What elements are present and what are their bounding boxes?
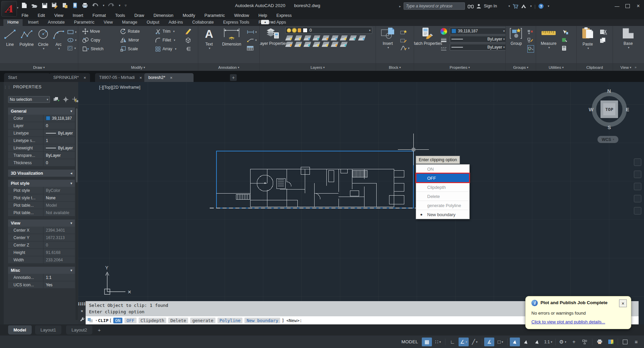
command-close-icon[interactable]: × [81,309,83,314]
layer-lock-icon[interactable] [298,28,301,32]
layer-tool-icon[interactable] [331,35,339,40]
panel-label-utilities[interactable]: Utilities▾ [536,63,576,71]
tab-layout2[interactable]: Layout2 [66,325,92,335]
search-input[interactable] [404,2,465,10]
file-tab-sprinkler[interactable]: SPRINKLER*× [49,73,90,82]
layer-tool-icon[interactable] [294,42,302,47]
linetype-dropdown[interactable]: ByLayer ▾ [450,44,505,51]
offset-tool[interactable] [185,46,192,52]
layer-tool-icon[interactable] [358,35,366,40]
zoom-extents-icon[interactable] [634,183,641,190]
create-block-tool[interactable] [400,29,410,35]
menu-format[interactable]: Format [92,12,106,19]
toast-details-link[interactable]: Click to view plot and publish details..… [531,319,605,324]
mirror-tool[interactable]: Mirror [120,37,155,43]
group-selection-toggle[interactable] [527,45,534,53]
wcs-menu[interactable]: WCS▾ [597,136,618,143]
select-objects-icon[interactable] [63,96,69,103]
arc-tool[interactable]: Arc ▾ [52,27,65,63]
leader-tool[interactable]: ▾ [247,37,257,43]
panel-label-annotation[interactable]: Annotation▾ [198,63,259,71]
menu-parametric[interactable]: Parametric [204,12,225,19]
pan-icon[interactable] [634,171,641,178]
menu-window[interactable]: Window [234,12,249,19]
quick-calculator-tool[interactable] [562,37,568,43]
keyword-on[interactable]: ON [113,318,123,323]
text-tool[interactable]: A Text ▾ [200,27,218,63]
toggle-pickadd-icon[interactable] [53,96,60,103]
help-dropdown-icon[interactable]: ▾ [548,4,549,8]
menu-tools[interactable]: Tools [115,12,125,19]
menu-help[interactable]: Help [258,12,267,19]
keyword-clipdepth[interactable]: Clipdepth [139,318,166,323]
layer-tool-icon[interactable] [340,42,348,47]
model-space-indicator[interactable]: MODEL [401,339,418,344]
menu-item-delete[interactable]: Delete [416,192,469,201]
application-menu-arrow-icon[interactable]: ▾ [17,6,19,9]
drawing-canvas[interactable]: [-][Top][2D Wireframe] [78,82,644,324]
menu-view[interactable]: View [54,12,63,19]
menu-modify[interactable]: Modify [183,12,195,19]
layer-tool-icon[interactable] [313,42,320,47]
showmotion-icon[interactable] [634,207,641,214]
measure-button[interactable]: Measure ▾ [538,27,559,63]
tab-collaborate[interactable]: Collaborate [188,19,218,26]
section-view[interactable]: View▾ [8,220,75,227]
keyword-polyline[interactable]: Polyline [217,318,243,323]
palette-grab-bar[interactable] [0,82,4,324]
command-customize-icon[interactable] [80,317,84,321]
search-collapse-icon[interactable]: ▸ [399,4,401,8]
layer-tool-icon[interactable] [340,35,348,40]
layer-tool-icon[interactable] [285,42,293,47]
erase-tool[interactable] [185,28,192,34]
tab-output[interactable]: Output [143,19,164,26]
base-button[interactable]: Base ▾ [619,27,638,63]
menu-item-on[interactable]: ON [416,165,469,173]
tab-view[interactable]: View [100,19,117,26]
fillet-tool[interactable]: Fillet▾ [155,37,185,43]
layer-tool-icon[interactable] [322,42,329,47]
calculator-tool[interactable] [562,45,568,51]
new-file-icon[interactable] [21,2,28,9]
tab-annotate[interactable]: Annotate [44,19,69,26]
hatch-tool[interactable]: ▾ [67,45,77,51]
search-icon[interactable] [468,4,474,8]
annotation-scale-icon[interactable] [532,338,542,346]
snap-toggle[interactable]: ∷▾ [433,338,443,346]
define-attributes-tool[interactable]: ▾ [400,45,410,51]
layer-on-icon[interactable] [287,28,291,32]
toast-close-button[interactable]: × [619,299,627,307]
match-properties-button[interactable]: Match Properties [416,27,438,63]
linear-dimension-tool[interactable]: ▾ [247,29,257,35]
copy-tool[interactable]: Copy [82,37,120,43]
close-icon[interactable]: × [140,75,142,80]
keyword-new-boundary[interactable]: New boundary [244,318,280,323]
section-misc[interactable]: Misc▾ [8,267,75,274]
keyword-delete[interactable]: Delete [168,318,188,323]
grid-toggle[interactable]: ▦ [422,338,432,346]
circle-dropdown-icon[interactable]: ▾ [43,47,45,50]
rotate-tool[interactable]: Rotate [120,28,155,34]
isolate-objects-toggle[interactable] [580,338,590,346]
trim-tool[interactable]: Trim▾ [155,29,185,34]
scale-tool[interactable]: Scale [120,46,155,52]
ungroup-tool[interactable] [527,29,534,35]
command-grip-icon[interactable]: ●●●●●●●● [78,302,86,306]
redo-icon[interactable] [108,2,115,9]
arc-dropdown-icon[interactable]: ▾ [58,47,60,50]
full-navigation-wheel-icon[interactable] [634,158,641,166]
menu-item-clipdepth[interactable]: Clipdepth [416,182,469,192]
object-color-dropdown[interactable]: 39,118,187 ▾ [450,28,505,34]
layer-tool-icon[interactable] [349,35,357,40]
autodesk-dropdown-icon[interactable]: ▾ [530,4,532,8]
insert-block-button[interactable]: Insert ▾ [378,27,398,63]
workspace-switching-gear[interactable]: ⚙▾ [558,338,568,346]
panel-label-layers[interactable]: Layers▾ [260,63,376,71]
array-tool[interactable]: Array▾ [155,46,185,52]
viewcube-west[interactable]: W [589,107,593,112]
tab-addins[interactable]: Add-ins [165,19,187,26]
menu-dimension[interactable]: Dimension [153,12,173,19]
keyword-generate[interactable]: generate [190,318,215,323]
ribbon-collapse-dropdown-icon[interactable]: ▾ [271,21,273,24]
ribbon-overflow-icon[interactable]: » [635,65,637,69]
